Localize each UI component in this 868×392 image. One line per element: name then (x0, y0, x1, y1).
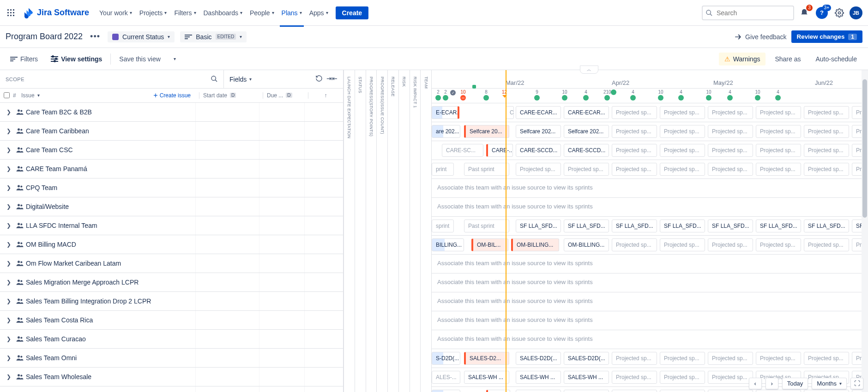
app-switcher-icon[interactable] (6, 7, 17, 18)
sprint-cell[interactable]: BILLING... (432, 238, 464, 251)
sprint-cell[interactable]: OM-BILLING... (564, 238, 609, 251)
sprint-cell[interactable]: SF LLA_SFD... (804, 220, 849, 232)
release-marker[interactable]: 10 (562, 89, 567, 101)
mode-selector[interactable]: Basic EDITED ▾ (180, 31, 247, 42)
col-start-date[interactable]: Start dateD (199, 92, 263, 99)
sprint-cell[interactable]: OM-BIL... (471, 238, 508, 251)
release-marker[interactable]: 10– (460, 89, 466, 101)
settings-icon[interactable] (832, 6, 847, 20)
expand-icon[interactable]: ❯ (4, 166, 14, 172)
warnings-button[interactable]: ⚠ Warnings (719, 53, 766, 65)
scope-search-icon[interactable] (211, 75, 218, 83)
sprint-cell[interactable]: ES-MIG-... (432, 390, 460, 392)
team-row[interactable]: ❯OM Billing MACD (0, 235, 343, 254)
field-col[interactable]: RELEASE (388, 70, 399, 392)
sprint-cell[interactable]: CARE-... (486, 144, 513, 157)
create-issue-link[interactable]: +Create issue (153, 91, 199, 100)
release-marker[interactable]: 4 (630, 89, 636, 101)
sprint-cell[interactable]: Projected sp... (804, 144, 849, 157)
sprint-cell[interactable]: Projected sp... (660, 390, 705, 392)
search-input[interactable] (702, 6, 794, 20)
chevron-down-icon[interactable]: ▾ (37, 93, 40, 98)
sprint-cell[interactable]: SF LLA_SFD... (516, 220, 561, 232)
help-icon[interactable]: ? 3+ (814, 6, 829, 20)
sprint-cell[interactable]: Projected sp... (660, 352, 705, 365)
expand-icon[interactable]: ❯ (4, 128, 14, 134)
release-marker[interactable]: 2 (443, 89, 448, 101)
auto-schedule-button[interactable]: Auto-schedule (810, 53, 862, 65)
col-issue[interactable]: Issue (21, 92, 35, 99)
expand-icon[interactable]: ❯ (4, 279, 14, 285)
team-row[interactable]: ❯Care Team CSC (0, 141, 343, 160)
sprint-cell[interactable]: sprint (432, 220, 454, 232)
nav-people[interactable]: People▾ (246, 6, 278, 19)
team-row[interactable]: ❯Sales Team Curacao (0, 330, 343, 349)
expand-icon[interactable]: ❯ (4, 260, 14, 267)
user-avatar[interactable]: JB (850, 6, 862, 19)
sprint-cell[interactable]: Projected sp... (804, 106, 849, 119)
filters-button[interactable]: Filters (6, 53, 42, 65)
expand-icon[interactable]: ❯ (4, 109, 14, 115)
view-settings-button[interactable]: View settings (46, 53, 107, 65)
fullscreen-button[interactable]: ⛶ (850, 378, 863, 389)
today-button[interactable]: Today (782, 378, 808, 389)
expand-icon[interactable]: ❯ (4, 355, 14, 361)
timeline[interactable]: Mar/22Apr/22May/22Jun/22 2210–8129104210… (432, 70, 868, 392)
col-due-date[interactable]: Due ...D (263, 92, 308, 99)
sprint-cell[interactable]: SALES-WH ... (564, 371, 609, 384)
release-marker[interactable]: 4 (583, 89, 589, 101)
sprint-cell[interactable]: Projected sp... (660, 144, 705, 157)
sprint-cell[interactable]: CARE-SCCD... (564, 144, 609, 157)
sprint-cell[interactable]: Selfcare 20... (464, 125, 509, 138)
sprint-cell[interactable]: Projected sp... (612, 238, 657, 251)
fields-dropdown[interactable]: Fields▾ (229, 76, 252, 83)
team-row[interactable]: ❯Sales Migration Merge Approach LCPR (0, 273, 343, 292)
sprint-cell[interactable]: Selfcare 202... (516, 125, 561, 138)
release-marker[interactable]: 10 (706, 89, 711, 101)
sprint-cell[interactable]: SALES-MIG-... (516, 390, 561, 392)
sprint-cell[interactable]: Past sprint (464, 163, 509, 176)
sprint-cell[interactable]: Projected sp... (660, 163, 705, 176)
field-col[interactable]: RISK IMPACT 1 (410, 70, 421, 392)
give-feedback-button[interactable]: Give feedback (734, 33, 787, 41)
sprint-cell[interactable]: SF LLA_SFD... (612, 220, 657, 232)
sprint-cell[interactable]: OM-BILLING... (511, 238, 559, 251)
sprint-cell[interactable]: print (432, 163, 454, 176)
sprint-cell[interactable]: CARE-ECAR... (516, 106, 561, 119)
nav-plans[interactable]: Plans▾ (278, 6, 306, 19)
release-marker[interactable]: 8 (483, 89, 489, 101)
sprint-cell[interactable]: S-D2D(... (432, 352, 460, 365)
expand-icon[interactable]: ❯ (4, 241, 14, 248)
nav-apps[interactable]: Apps▾ (306, 6, 332, 19)
sprint-cell[interactable]: SA... (486, 390, 510, 392)
expand-icon[interactable]: ❯ (4, 184, 14, 191)
create-button[interactable]: Create (336, 6, 369, 19)
release-marker[interactable]: 2 (435, 89, 441, 101)
col-sort[interactable]: ↑ (308, 92, 343, 99)
team-row[interactable]: ❯Sales Team Wholesale (0, 368, 343, 386)
sprint-cell[interactable]: Selfcare 202... (564, 125, 609, 138)
sprint-cell[interactable]: SALES-MIG-... (564, 390, 609, 392)
field-col[interactable]: LAUNCH DATE EXPECTATION (344, 70, 355, 392)
sprint-cell[interactable]: CARE-SCCD... (516, 144, 561, 157)
release-marker[interactable]: 4 (775, 89, 781, 101)
sprint-cell[interactable]: Projected sp... (612, 352, 657, 365)
sprint-cell[interactable]: Projected sp... (756, 125, 801, 138)
expand-icon[interactable]: ❯ (4, 374, 14, 380)
sprint-cell[interactable]: Projected sp... (612, 125, 657, 138)
field-col[interactable]: PROGRESS(ISSUE COUNT) (377, 70, 388, 392)
team-row[interactable]: ❯Care Team Caribbean (0, 122, 343, 141)
search-box[interactable] (702, 6, 794, 20)
sprint-cell[interactable]: Projected sp... (756, 238, 801, 251)
timeline-next-button[interactable]: › (766, 378, 778, 389)
sprint-cell[interactable]: SF LLA_SFD... (660, 220, 705, 232)
sprint-cell[interactable]: Projected sp... (708, 144, 753, 157)
sprint-cell[interactable]: Past sprint (464, 220, 509, 232)
sprint-cell[interactable]: Projected sp... (756, 106, 801, 119)
save-view-button[interactable]: Save this view (115, 53, 165, 65)
sprint-cell[interactable]: Projected sp... (708, 238, 753, 251)
sprint-cell[interactable]: SF LLA_SFD... (708, 220, 753, 232)
team-row[interactable]: ❯Sales Team Billing Integration Drop 2 L… (0, 292, 343, 311)
team-row[interactable]: ❯CARE Team Panamá (0, 160, 343, 178)
sprint-cell[interactable]: Projected sp... (660, 125, 705, 138)
